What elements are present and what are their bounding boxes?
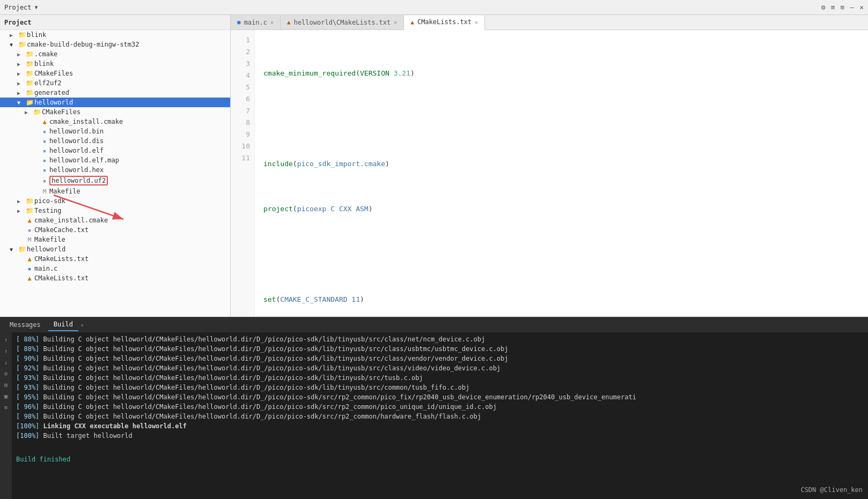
cmake-icon-cmakelists-2: ▲ [25, 274, 34, 282]
tree-label-cmake-install: cmake_install.cmake [49, 118, 123, 125]
tree-arrow-generated[interactable]: ▶ [17, 90, 25, 96]
tree-item-cmake-build[interactable]: ▼ 📁 cmake-build-debug-mingw-stm32 [0, 40, 230, 49]
tree-item-cmakefiles[interactable]: ▶ 📁 CMakeFiles [0, 69, 230, 78]
build-icon-5[interactable]: ⊞ [4, 382, 8, 389]
tree-item-helloworld-selected[interactable]: ▼ 📁 helloworld [0, 98, 230, 107]
build-icon-4[interactable]: ≡ [4, 370, 8, 377]
code-paren-1b: ) [410, 68, 415, 79]
tree-item-cmakelists-hw[interactable]: ▲ CMakeLists.txt [0, 254, 230, 264]
tree-label-elf2uf2: elf2uf2 [34, 79, 62, 87]
line-numbers: 1 2 3 4 5 6 7 8 9 10 11 [231, 30, 255, 317]
tree-item-helloworld-proj[interactable]: ▼ 📁 helloworld [0, 244, 230, 254]
top-bar-title: Project [4, 4, 32, 11]
minimize-icon[interactable]: — [850, 3, 854, 11]
code-content[interactable]: cmake_minimum_required(VERSION 3.21) inc… [255, 30, 868, 317]
tree-arrow-cmake-build[interactable]: ▼ [10, 42, 17, 48]
folder-icon-cmake-build: 📁 [17, 41, 27, 48]
tree-arrow-hw-cmakefiles[interactable]: ▶ [25, 109, 32, 115]
build-icon-6[interactable]: ▣ [4, 393, 8, 400]
tab-close-mainc[interactable]: ✕ [270, 19, 274, 25]
tree-arrow-blink[interactable]: ▶ [10, 32, 17, 38]
tree-label-blink: blink [27, 31, 46, 39]
tree-item-hw-elfmap[interactable]: ▪ helloworld.elf.map [0, 155, 230, 165]
tree-item-cmakelists-2[interactable]: ▲ CMakeLists.txt [0, 273, 230, 283]
file-icon-hw-hex: ▪ [40, 167, 49, 174]
tree-item-hw-bin[interactable]: ▪ helloworld.bin [0, 126, 230, 136]
tree-item-makefile-root[interactable]: M Makefile [0, 235, 230, 244]
tree-label-cmakelists-hw: CMakeLists.txt [34, 255, 89, 263]
tab-close-cmake-root[interactable]: ✕ [475, 19, 478, 25]
line-num-9: 9 [233, 129, 250, 140]
cmake-icon-cmake-install: ▲ [40, 118, 49, 125]
close-icon[interactable]: ✕ [859, 3, 864, 11]
line-num-4: 4 [233, 70, 250, 81]
tab-close-hw-cmake[interactable]: ✕ [394, 19, 397, 25]
tree-item-elf2uf2[interactable]: ▶ 📁 elf2uf2 [0, 78, 230, 88]
bottom-tab-build[interactable]: Build [48, 318, 78, 331]
tree-arrow-helloworld-proj[interactable]: ▼ [10, 247, 17, 252]
tree-label-generated: generated [34, 89, 69, 96]
tree-item-testing[interactable]: ▶ 📁 Testing [0, 206, 230, 215]
code-line-3: include(pico_sdk_import.cmake) [263, 158, 859, 170]
tree-item-blink[interactable]: ▶ 📁 blink [0, 30, 230, 40]
folder-icon-cmakefiles: 📁 [25, 70, 34, 77]
build-line-2: [ 88%] Building C object helloworld/CMak… [16, 344, 864, 354]
tree-arrow-elf2uf2[interactable]: ▶ [17, 80, 25, 86]
build-icon-1[interactable]: ↑ [4, 337, 8, 344]
bottom-tab-messages[interactable]: Messages [4, 319, 46, 331]
tree-item-hw-uf2[interactable]: ▪ helloworld.uf2 [0, 175, 230, 187]
tree-arrow-pico-sdk[interactable]: ▶ [17, 198, 25, 204]
tree-item-cmakecache[interactable]: ▪ CMakeCache.txt [0, 225, 230, 235]
bottom-panel: Messages Build ✕ ↑ ↑ ↓ ≡ ⊞ ▣ ≡ [ 88%] Bu… [0, 317, 868, 499]
tree-item-hw-dis[interactable]: ▪ helloworld.dis [0, 136, 230, 146]
menu-icon-1[interactable]: ≡ [831, 3, 835, 11]
tree-arrow-blink-inner[interactable]: ▶ [17, 61, 25, 67]
tree-item-dotcmake[interactable]: ▶ 📁 .cmake [0, 49, 230, 59]
tree-arrow-helloworld[interactable]: ▼ [17, 100, 25, 106]
tree-item-cmake-install[interactable]: ▲ cmake_install.cmake [0, 117, 230, 126]
tab-bar: ● main.c ✕ ▲ helloworld\CMakeLists.txt ✕… [231, 15, 868, 30]
folder-icon-helloworld: 📁 [25, 99, 34, 106]
file-icon-hw-bin: ▪ [40, 128, 49, 135]
tree-item-makefile-hw[interactable]: M Makefile [0, 187, 230, 196]
build-icon-3[interactable]: ↓ [4, 359, 8, 366]
tree-item-mainc[interactable]: ▪ main.c [0, 264, 230, 273]
code-str-3: pico_sdk_import.cmake [297, 159, 385, 170]
tree-item-pico-sdk[interactable]: ▶ 📁 pico-sdk [0, 196, 230, 206]
tree-arrow-testing[interactable]: ▶ [17, 208, 25, 214]
code-fn-6: set [263, 294, 276, 306]
settings-icon[interactable]: ⚙ [821, 3, 826, 11]
line-num-1: 1 [233, 34, 250, 46]
tab-cmakelists-root[interactable]: ▲ CMakeLists.txt ✕ [404, 16, 485, 30]
line-num-6: 6 [233, 93, 250, 105]
tab-hw-cmakelists[interactable]: ▲ helloworld\CMakeLists.txt ✕ [281, 15, 404, 29]
menu-icon-2[interactable]: ≡ [841, 3, 845, 11]
code-fn-3: include [263, 159, 293, 170]
dropdown-arrow[interactable]: ▼ [35, 4, 38, 10]
code-line-4: project(picoexp C CXX ASM) [263, 204, 859, 215]
folder-icon-pico-sdk: 📁 [25, 197, 34, 205]
tree-item-cmake-install-root[interactable]: ▲ cmake_install.cmake [0, 215, 230, 225]
tree-label-cmake-install-root: cmake_install.cmake [34, 217, 108, 224]
tree-arrow-cmakefiles[interactable]: ▶ [17, 71, 25, 77]
bottom-tab-build-close[interactable]: ✕ [80, 322, 84, 328]
code-kw-version: VERSION [360, 68, 389, 79]
tree-item-hw-cmakefiles[interactable]: ▶ 📁 CMakeFiles [0, 107, 230, 117]
build-line-empty [16, 441, 864, 450]
watermark: CSDN @Cliven_ken [800, 486, 863, 494]
tree-item-generated[interactable]: ▶ 📁 generated [0, 88, 230, 98]
tree-item-hw-elf[interactable]: ▪ helloworld.elf [0, 146, 230, 155]
tree-label-hw-elfmap: helloworld.elf.map [49, 157, 119, 164]
build-icon-2[interactable]: ↑ [4, 348, 8, 355]
line-num-5: 5 [233, 81, 250, 93]
tree-label-hw-hex: helloworld.hex [49, 166, 104, 174]
build-line-6: [ 93%] Building C object helloworld/CMak… [16, 383, 864, 392]
tree-item-hw-hex[interactable]: ▪ helloworld.hex [0, 165, 230, 175]
tree-arrow-dotcmake[interactable]: ▶ [17, 51, 25, 57]
tab-mainc[interactable]: ● main.c ✕ [231, 15, 281, 29]
line-num-3: 3 [233, 58, 250, 70]
build-icon-7[interactable]: ≡ [4, 404, 8, 411]
code-line-2 [263, 113, 859, 125]
tree-item-blink-inner[interactable]: ▶ 📁 blink [0, 59, 230, 69]
build-line-11: [100%] Built target helloworld [16, 431, 864, 441]
